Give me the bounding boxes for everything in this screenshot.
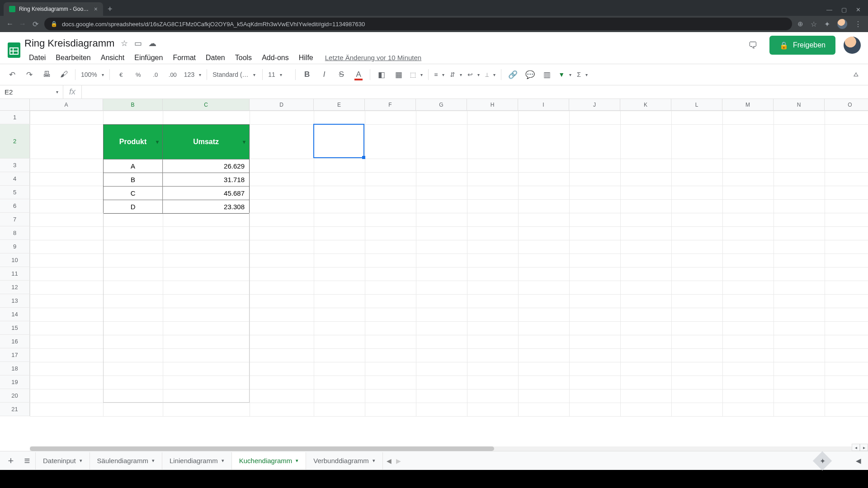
column-header[interactable]: H <box>467 99 518 111</box>
filter-button[interactable]: ▼▾ <box>556 68 574 81</box>
text-color-button[interactable]: A <box>352 68 365 81</box>
filter-icon[interactable]: ▾ <box>243 139 245 145</box>
column-header[interactable]: N <box>774 99 825 111</box>
sheet-tab[interactable]: Säulendiagramm▾ <box>90 452 162 469</box>
horizontal-scrollbar[interactable] <box>30 446 859 451</box>
decrease-decimal-button[interactable]: .0 <box>149 68 162 81</box>
insert-chart-button[interactable]: ▥ <box>540 68 554 81</box>
add-sheet-button[interactable]: + <box>3 453 19 469</box>
row-header[interactable]: 17 <box>0 348 30 362</box>
chrome-menu-icon[interactable]: ⋮ <box>854 20 862 28</box>
row-header[interactable]: 15 <box>0 321 30 335</box>
column-header[interactable]: O <box>825 99 868 111</box>
back-icon[interactable]: ← <box>4 20 16 28</box>
format-currency-button[interactable]: € <box>114 68 128 81</box>
menu-bearbeiten[interactable]: Bearbeiten <box>51 52 95 64</box>
text-wrap-button[interactable]: ↩▾ <box>465 68 482 81</box>
menu-format[interactable]: Format <box>168 52 200 64</box>
move-icon[interactable]: ▭ <box>134 38 142 48</box>
doc-title[interactable]: Ring Kreisdiagramm <box>24 38 114 49</box>
side-panel-toggle-icon[interactable]: ◀ <box>852 457 865 465</box>
column-header[interactable]: G <box>416 99 467 111</box>
strikethrough-button[interactable]: S <box>335 68 348 81</box>
selected-cell[interactable] <box>313 124 364 158</box>
italic-button[interactable]: I <box>317 68 331 81</box>
sheet-tab[interactable]: Liniendiagramm▾ <box>162 452 232 469</box>
sheet-tab-menu-icon[interactable]: ▾ <box>373 458 375 464</box>
table-cell[interactable]: D <box>104 200 163 213</box>
column-header[interactable]: I <box>518 99 569 111</box>
bookmark-icon[interactable]: ☆ <box>811 20 817 28</box>
undo-icon[interactable]: ↶ <box>5 68 19 81</box>
row-header[interactable]: 21 <box>0 403 30 416</box>
row-header[interactable]: 7 <box>0 213 30 226</box>
fill-color-button[interactable]: ◧ <box>375 68 388 81</box>
spreadsheet-grid[interactable]: ABCDEFGHIJKLMNO 123456789101112131415161… <box>0 99 868 451</box>
filter-icon[interactable]: ▾ <box>156 139 159 145</box>
row-header[interactable]: 14 <box>0 308 30 321</box>
table-header-cell[interactable]: Produkt▾ <box>104 125 163 159</box>
scroll-left-icon[interactable]: ◂ <box>852 444 860 451</box>
table-cell[interactable]: 23.308 <box>163 200 249 213</box>
merge-cells-button[interactable]: ⬚▾ <box>407 68 425 81</box>
row-header[interactable]: 19 <box>0 375 30 389</box>
name-box[interactable]: E2▾ <box>0 85 63 99</box>
row-header[interactable]: 2 <box>0 124 30 159</box>
sheet-tab-menu-icon[interactable]: ▾ <box>222 458 224 464</box>
column-header[interactable]: C <box>163 99 250 111</box>
star-icon[interactable]: ☆ <box>121 38 128 48</box>
table-cell[interactable]: A <box>104 160 163 173</box>
select-all-corner[interactable] <box>0 99 30 111</box>
column-header[interactable]: M <box>722 99 774 111</box>
browser-tab[interactable]: Ring Kreisdiagramm - Google Tab × <box>4 2 103 16</box>
sheet-tab-dateninput[interactable]: Dateninput▾ <box>35 452 90 469</box>
table-row[interactable]: A26.629 <box>104 159 249 173</box>
fill-handle[interactable] <box>362 156 365 159</box>
menu-ansicht[interactable]: Ansicht <box>96 52 129 64</box>
vertical-align-button[interactable]: ⇵▾ <box>447 68 465 81</box>
row-header[interactable]: 10 <box>0 253 30 267</box>
row-header[interactable]: 12 <box>0 281 30 294</box>
extensions-icon[interactable]: ✦ <box>824 20 830 28</box>
row-header[interactable]: 5 <box>0 186 30 199</box>
menu-add-ons[interactable]: Add-ons <box>257 52 293 64</box>
cloud-status-icon[interactable]: ☁ <box>148 38 156 48</box>
row-header[interactable]: 8 <box>0 226 30 240</box>
reload-icon[interactable]: ⟳ <box>29 20 42 28</box>
table-cell[interactable]: B <box>104 173 163 186</box>
column-header[interactable]: F <box>365 99 416 111</box>
menu-hilfe[interactable]: Hilfe <box>294 52 318 64</box>
close-tab-icon[interactable]: × <box>94 5 98 13</box>
bold-button[interactable]: B <box>300 68 314 81</box>
share-button[interactable]: 🔒 Freigeben <box>769 36 835 55</box>
zoom-select[interactable]: 100%▾ <box>78 68 107 81</box>
column-header[interactable]: B <box>103 99 163 111</box>
text-rotation-button[interactable]: ⟂▾ <box>482 68 498 81</box>
menu-einfügen[interactable]: Einfügen <box>130 52 167 64</box>
sheet-nav-right-icon[interactable]: ▶ <box>396 457 401 465</box>
new-tab-button[interactable]: + <box>103 2 117 16</box>
sheet-tab-menu-icon[interactable]: ▾ <box>296 458 298 464</box>
increase-decimal-button[interactable]: .00 <box>166 68 179 81</box>
last-edit-link[interactable]: Letzte Änderung vor 10 Minuten <box>325 52 421 64</box>
formula-input[interactable] <box>81 85 868 99</box>
table-row[interactable]: B31.718 <box>104 173 249 186</box>
profile-avatar-icon[interactable] <box>837 19 847 29</box>
row-header[interactable]: 20 <box>0 389 30 403</box>
menu-tools[interactable]: Tools <box>231 52 256 64</box>
table-row[interactable]: D23.308 <box>104 200 249 213</box>
table-cell[interactable]: 26.629 <box>163 160 249 173</box>
scroll-right-icon[interactable]: ▸ <box>860 444 868 451</box>
column-header[interactable]: E <box>314 99 365 111</box>
forward-icon[interactable]: → <box>16 20 29 28</box>
table-row[interactable]: C45.687 <box>104 186 249 200</box>
table-header-cell[interactable]: Umsatz▾ <box>163 125 249 159</box>
row-header[interactable]: 11 <box>0 267 30 281</box>
row-header[interactable]: 9 <box>0 240 30 253</box>
sheet-tab[interactable]: Kuchendiagramm▾ <box>232 452 307 469</box>
font-size-select[interactable]: 11▾ <box>265 68 292 81</box>
zoom-icon[interactable]: ⊕ <box>797 20 803 28</box>
borders-button[interactable]: ▦ <box>392 68 406 81</box>
collapse-toolbar-icon[interactable]: ㅿ <box>849 68 863 81</box>
column-header[interactable]: D <box>250 99 314 111</box>
